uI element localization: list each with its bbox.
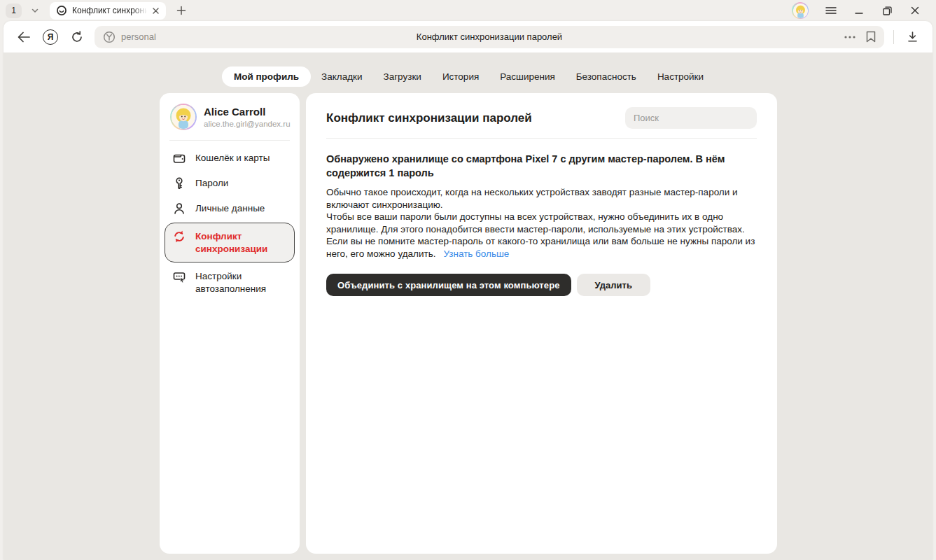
- sidebar-menu: Кошелёк и карты Пароли: [160, 146, 300, 300]
- profile-avatar-toolbar[interactable]: [792, 2, 809, 19]
- restore-window-icon: [882, 6, 893, 16]
- nav-tab-downloads[interactable]: Загрузки: [373, 66, 432, 87]
- downloads-button[interactable]: [902, 27, 923, 48]
- tab-list-dropdown[interactable]: [31, 6, 39, 15]
- sync-icon: [172, 230, 186, 244]
- tab-title: Конфликт синхрониза: [72, 6, 147, 15]
- tab-close-icon[interactable]: [152, 7, 160, 15]
- conflict-description: Обычно такое происходит, когда на нескол…: [326, 186, 757, 260]
- conflict-heading: Обнаружено хранилище со смартфона Pixel …: [326, 152, 757, 180]
- address-bar[interactable]: personal Конфликт синхронизации паролей: [95, 26, 884, 48]
- refresh-button[interactable]: [67, 27, 88, 48]
- close-window-button[interactable]: [901, 1, 929, 20]
- sidebar-item-wallet[interactable]: Кошелёк и карты: [165, 146, 295, 171]
- profile-identity: Alice Carroll alice.the.girl@yandex.ru: [204, 106, 291, 128]
- profile-name: Alice Carroll: [204, 106, 291, 118]
- delete-storage-button[interactable]: Удалить: [577, 274, 650, 296]
- tab-bar: 1 Конфликт синхрониза: [0, 0, 936, 21]
- hamburger-menu-icon: [825, 6, 837, 15]
- browser-tab[interactable]: Конфликт синхрониза: [50, 2, 166, 20]
- profile-name-label: personal: [121, 31, 156, 42]
- yandex-id-icon: [103, 31, 116, 43]
- minimize-icon: [854, 6, 864, 15]
- address-toolbar: Я personal Конфликт синхронизации пароле…: [4, 21, 932, 52]
- address-bar-title: Конфликт синхронизации паролей: [95, 31, 884, 42]
- user-profile[interactable]: Alice Carroll alice.the.girl@yandex.ru: [160, 93, 300, 139]
- settings-favicon-icon: [56, 5, 67, 16]
- window-controls: [817, 1, 929, 20]
- header-divider: [326, 138, 757, 139]
- tab-counter-badge[interactable]: 1: [6, 4, 22, 18]
- more-options-icon[interactable]: [844, 35, 856, 39]
- wallet-icon: [172, 151, 186, 165]
- sidebar-item-passwords[interactable]: Пароли: [165, 171, 295, 196]
- close-icon: [910, 6, 920, 15]
- back-button[interactable]: [13, 27, 34, 48]
- new-tab-button[interactable]: [176, 6, 186, 15]
- merge-storage-button[interactable]: Объединить с хранилищем на этом компьюте…: [326, 274, 571, 296]
- avatar: [793, 4, 808, 18]
- avatar-girl-icon: [793, 4, 808, 18]
- sidebar-item-label: Личные данные: [195, 202, 287, 215]
- sidebar-item-autofill[interactable]: Настройки автозаполнения: [165, 264, 295, 300]
- sidebar-item-label: Настройки автозаполнения: [195, 270, 287, 295]
- nav-tab-security[interactable]: Безопасность: [566, 66, 647, 87]
- address-bar-profile[interactable]: personal: [103, 31, 156, 43]
- panel-header: Конфликт синхронизации паролей: [326, 93, 757, 129]
- download-icon: [907, 31, 918, 43]
- sync-conflict-panel: Конфликт синхронизации паролей Обнаружен…: [306, 93, 777, 554]
- bookmark-icon[interactable]: [866, 31, 876, 43]
- back-arrow-icon: [17, 31, 31, 43]
- minimize-button[interactable]: [845, 1, 873, 20]
- profile-sidebar: Alice Carroll alice.the.girl@yandex.ru К…: [160, 93, 300, 554]
- avatar-girl-icon: [172, 105, 195, 129]
- description-paragraph-1: Обычно такое происходит, когда на нескол…: [326, 186, 757, 211]
- nav-tab-settings[interactable]: Настройки: [647, 66, 714, 87]
- toolbar-divider: [893, 30, 894, 44]
- sidebar-item-label: Кошелёк и карты: [195, 151, 287, 164]
- restore-window-button[interactable]: [873, 1, 901, 20]
- yandex-home-button[interactable]: Я: [40, 27, 61, 48]
- autofill-icon: [172, 270, 186, 284]
- plus-icon: [176, 6, 186, 15]
- learn-more-link[interactable]: Узнать больше: [443, 248, 509, 259]
- chevron-down-icon: [31, 6, 39, 15]
- browser-menu-button[interactable]: [817, 1, 845, 20]
- profile-avatar: [170, 104, 197, 130]
- action-buttons: Объединить с хранилищем на этом компьюте…: [326, 274, 757, 296]
- sidebar-item-sync-conflict[interactable]: Конфликт синхронизации: [165, 223, 295, 262]
- nav-tab-extensions[interactable]: Расширения: [489, 66, 566, 87]
- nav-tab-my-profile[interactable]: Мой профиль: [222, 66, 311, 87]
- sidebar-item-label: Пароли: [195, 176, 287, 190]
- browser-surface: Я personal Конфликт синхронизации пароле…: [4, 21, 932, 560]
- yandex-logo-icon: Я: [43, 29, 58, 45]
- sidebar-item-label: Конфликт синхронизации: [195, 230, 287, 255]
- description-paragraph-2: Чтобы все ваши пароли были доступны на в…: [326, 211, 757, 235]
- key-icon: [172, 176, 186, 190]
- settings-nav: Мой профиль Закладки Загрузки История Ра…: [4, 52, 932, 87]
- refresh-icon: [71, 31, 83, 43]
- sidebar-divider: [169, 140, 290, 141]
- description-text: Если вы не помните мастер-пароль от како…: [326, 236, 755, 259]
- search-input[interactable]: [625, 107, 757, 129]
- profile-email: alice.the.girl@yandex.ru: [204, 120, 291, 128]
- settings-page: Мой профиль Закладки Загрузки История Ра…: [4, 52, 932, 560]
- person-icon: [172, 202, 186, 216]
- nav-tab-bookmarks[interactable]: Закладки: [311, 66, 372, 87]
- description-paragraph-3: Если вы не помните мастер-пароль от како…: [326, 235, 757, 260]
- sidebar-item-personal-data[interactable]: Личные данные: [165, 196, 295, 221]
- page-title: Конфликт синхронизации паролей: [326, 111, 532, 125]
- nav-tab-history[interactable]: История: [432, 66, 489, 87]
